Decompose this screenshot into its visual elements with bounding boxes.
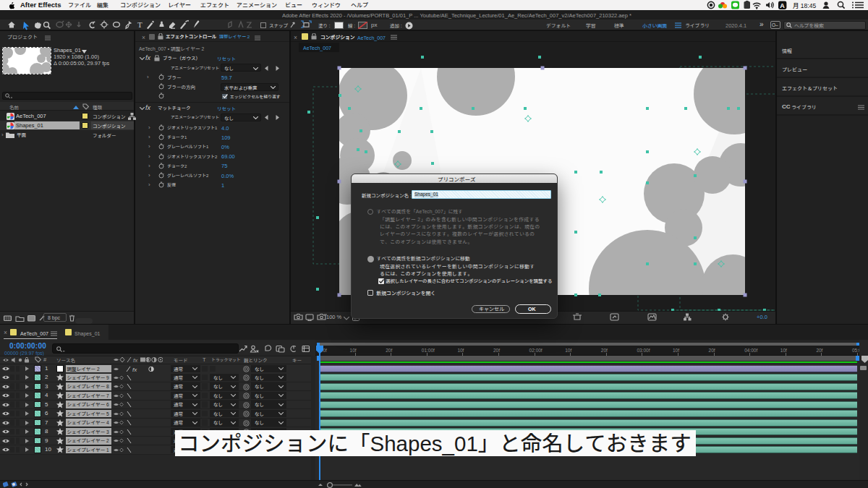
svg-text:T: T [137,20,142,29]
svg-text:A: A [780,2,785,9]
svg-text:fx: fx [132,367,137,372]
svg-text:fx: fx [133,357,138,364]
